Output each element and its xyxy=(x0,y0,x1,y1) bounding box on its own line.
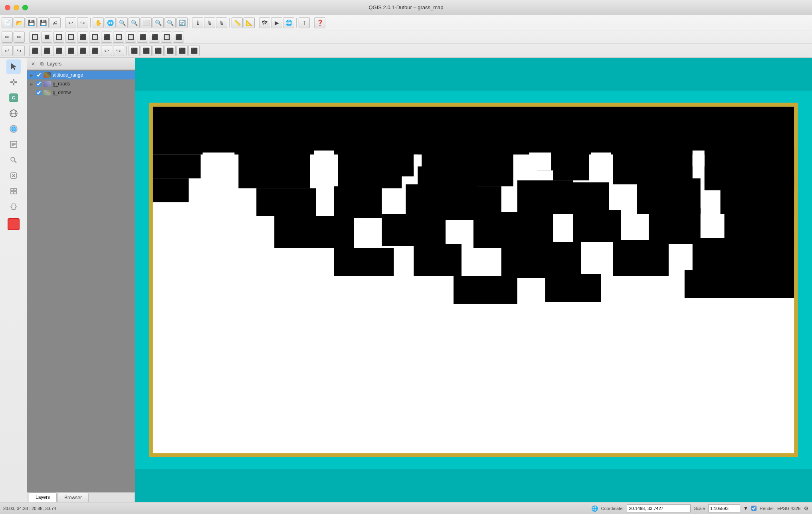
svg-rect-40 xyxy=(256,188,316,216)
plugin-btn2[interactable]: ⬛ xyxy=(41,45,52,56)
close-button[interactable] xyxy=(5,5,10,10)
plugin-btn6[interactable]: ⬛ xyxy=(89,45,100,56)
tab-layers[interactable]: Layers xyxy=(29,492,57,502)
save-as-button[interactable]: 💾 xyxy=(38,17,49,28)
map-canvas[interactable] xyxy=(135,58,812,502)
digitize-btn11[interactable]: ⬛ xyxy=(149,32,160,43)
layers-panel-title: Layers xyxy=(47,61,61,67)
float-layers-button[interactable]: ⧉ xyxy=(38,60,46,67)
measure-area-button[interactable]: 📐 xyxy=(244,17,255,28)
redo2-button[interactable]: ↪ xyxy=(14,45,25,56)
grass-btn1[interactable]: ⬛ xyxy=(129,45,140,56)
layer-item-altitude-range[interactable]: ▶ altitude_range xyxy=(27,71,135,79)
layer-visible-demw[interactable] xyxy=(36,90,42,95)
side-icon-grass[interactable]: G xyxy=(6,91,21,105)
plugin-btn7[interactable]: ↩ xyxy=(101,45,112,56)
print-button[interactable]: 🖨 xyxy=(50,17,61,28)
digitize-btn6[interactable]: 🔲 xyxy=(89,32,100,43)
add-wms-button[interactable]: 🌐 xyxy=(283,17,294,28)
side-icon-select[interactable] xyxy=(6,59,21,74)
sep10 xyxy=(126,46,127,55)
digitize-btn4[interactable]: 🔲 xyxy=(65,32,76,43)
identify-button[interactable]: ℹ xyxy=(192,17,203,28)
side-icon-editor[interactable] xyxy=(6,137,21,152)
side-icon-plugin[interactable] xyxy=(6,184,21,198)
layer-name-altitude: altitude_range xyxy=(53,72,83,78)
new-project-button[interactable]: 📄 xyxy=(2,17,13,28)
grass-btn4[interactable]: ⬛ xyxy=(164,45,176,56)
zoom-in-button[interactable]: 🔍 xyxy=(117,17,128,28)
content-row: G 🌐 xyxy=(0,58,812,502)
deselect-button[interactable]: 🖱 xyxy=(216,17,227,28)
label-button[interactable]: T xyxy=(299,17,310,28)
close-layers-button[interactable]: ✕ xyxy=(30,60,37,67)
undo2-button[interactable]: ↩ xyxy=(2,45,13,56)
digitize-btn1[interactable]: 🔲 xyxy=(29,32,40,43)
coordinate-input[interactable] xyxy=(627,504,691,512)
select-button[interactable]: 🖱 xyxy=(204,17,215,28)
layer-item-g-demw[interactable]: ▶ g_demw xyxy=(27,88,135,97)
side-icon-tools2[interactable] xyxy=(6,200,21,214)
edit-btn2[interactable]: ✏ xyxy=(14,32,25,43)
refresh-button[interactable]: 🔄 xyxy=(176,17,188,28)
open-project-button[interactable]: 📂 xyxy=(14,17,25,28)
digitize-btn5[interactable]: ⬛ xyxy=(77,32,88,43)
pan-button[interactable]: ✋ xyxy=(93,17,104,28)
side-icon-globe[interactable] xyxy=(6,106,21,121)
digitize-btn9[interactable]: 🔲 xyxy=(125,32,136,43)
plugin-btn8[interactable]: ↪ xyxy=(113,45,124,56)
layer-visible-roads[interactable] xyxy=(36,81,42,87)
plugin-btn5[interactable]: ⬛ xyxy=(77,45,88,56)
undo-button[interactable]: ↩ xyxy=(65,17,76,28)
svg-rect-62 xyxy=(314,150,334,172)
redo-button[interactable]: ↪ xyxy=(77,17,88,28)
expand-altitude-icon[interactable]: ▶ xyxy=(29,72,34,78)
grass-btn2[interactable]: ⬛ xyxy=(141,45,152,56)
side-icon-red[interactable] xyxy=(8,218,20,230)
digitize-btn12[interactable]: 🔲 xyxy=(161,32,172,43)
svg-rect-47 xyxy=(274,216,354,248)
render-checkbox[interactable] xyxy=(751,506,757,511)
side-icon-col: G 🌐 xyxy=(0,58,27,502)
zoom-full-button[interactable]: ⬜ xyxy=(141,17,152,28)
minimize-button[interactable] xyxy=(14,5,19,10)
svg-point-15 xyxy=(11,157,15,161)
add-vector-button[interactable]: ▶ xyxy=(271,17,282,28)
pan-map-button[interactable]: 🌐 xyxy=(105,17,116,28)
scale-arrow[interactable]: ▼ xyxy=(743,506,748,511)
digitize-btn10[interactable]: ⬛ xyxy=(137,32,148,43)
layer-visible-altitude[interactable] xyxy=(36,72,42,78)
digitize-btn13[interactable]: ⬛ xyxy=(173,32,184,43)
zoom-selection-button[interactable]: 🔍 xyxy=(164,17,176,28)
tab-browser[interactable]: Browser xyxy=(57,493,89,502)
plugin-btn4[interactable]: ⬛ xyxy=(65,45,76,56)
side-icon-globe2[interactable]: 🌐 xyxy=(6,122,21,136)
layer-item-g-roads[interactable]: ▶ g_roads xyxy=(27,79,135,88)
grass-btn3[interactable]: ⬛ xyxy=(152,45,164,56)
side-icon-move[interactable] xyxy=(6,75,21,89)
digitize-btn2[interactable]: 🔳 xyxy=(41,32,52,43)
measure-button[interactable]: 📏 xyxy=(232,17,243,28)
help-button[interactable]: ❓ xyxy=(314,17,325,28)
sep5 xyxy=(257,18,257,28)
plugin-btn1[interactable]: ⬛ xyxy=(29,45,40,56)
maximize-button[interactable] xyxy=(22,5,28,10)
side-icon-search[interactable] xyxy=(6,153,21,167)
digitize-btn8[interactable]: 🔲 xyxy=(113,32,124,43)
digitize-btn3[interactable]: 🔲 xyxy=(53,32,64,43)
zoom-layer-button[interactable]: 🔍 xyxy=(152,17,164,28)
expand-roads-icon[interactable]: ▶ xyxy=(29,81,34,87)
add-raster-button[interactable]: 🗺 xyxy=(259,17,270,28)
edit-btn1[interactable]: ✏ xyxy=(2,32,13,43)
scale-input[interactable] xyxy=(708,504,740,512)
side-icon-tools[interactable] xyxy=(6,168,21,183)
epsg-settings-icon[interactable]: ⚙ xyxy=(804,505,809,512)
digitize-btn7[interactable]: ⬛ xyxy=(101,32,112,43)
grass-btn6[interactable]: ⬛ xyxy=(188,45,200,56)
toolbar-row2: ✏ ✏ 🔲 🔳 🔲 🔲 ⬛ 🔲 ⬛ 🔲 🔲 ⬛ ⬛ 🔲 ⬛ xyxy=(0,30,812,44)
grass-btn5[interactable]: ⬛ xyxy=(176,45,188,56)
plugin-btn3[interactable]: ⬛ xyxy=(53,45,64,56)
zoom-out-button[interactable]: 🔍 xyxy=(129,17,140,28)
save-project-button[interactable]: 💾 xyxy=(26,17,37,28)
sep1 xyxy=(63,18,63,28)
